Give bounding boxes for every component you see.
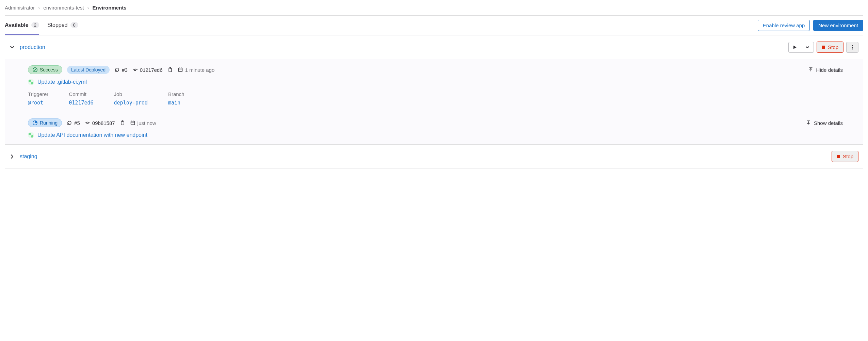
calendar-icon [130, 120, 135, 126]
stop-button[interactable]: Stop [817, 42, 843, 53]
commit-message-link[interactable]: Update API documentation with new endpoi… [37, 132, 147, 138]
tab-stopped[interactable]: Stopped 0 [47, 16, 78, 35]
stop-icon [837, 155, 840, 158]
branch-link[interactable]: main [168, 100, 180, 106]
environment-link-staging[interactable]: staging [20, 153, 37, 160]
check-circle-icon [32, 67, 38, 72]
job-link[interactable]: deploy-prod [114, 100, 148, 106]
stop-button[interactable]: Stop [832, 151, 858, 162]
clipboard-icon [167, 67, 173, 72]
breadcrumb-owner[interactable]: Administrator [5, 5, 35, 11]
status-badge-success[interactable]: Success [28, 65, 62, 74]
deployment-time: 1 minute ago [178, 67, 215, 73]
deployment-details: Triggerer @root Commit 01217ed6 Job depl… [28, 91, 843, 106]
avatar-icon [28, 79, 34, 85]
show-details-button[interactable]: Show details [806, 120, 843, 126]
clipboard-icon [120, 120, 125, 126]
svg-point-2 [852, 48, 853, 49]
tab-available[interactable]: Available 2 [5, 16, 39, 35]
triggerer-label: Triggerer [28, 91, 48, 97]
chevron-right-icon: › [87, 5, 89, 11]
deployment-sha[interactable]: 01217ed6 [132, 67, 163, 73]
stop-button-label: Stop [828, 44, 838, 50]
commit-link[interactable]: 01217ed6 [69, 100, 93, 106]
new-environment-button[interactable]: New environment [813, 20, 863, 31]
breadcrumb-current: Environments [93, 5, 127, 11]
tab-bar: Available 2 Stopped 0 Enable review app … [5, 15, 863, 35]
deployment-row: Running #5 09b81587 just now Show detail… [5, 112, 863, 145]
tab-available-count: 2 [31, 22, 39, 28]
commit-label: Commit [69, 91, 93, 97]
play-button[interactable] [789, 42, 801, 52]
breadcrumb-project[interactable]: environments-test [43, 5, 84, 11]
tab-available-label: Available [5, 22, 29, 28]
svg-rect-20 [131, 121, 134, 125]
chevron-right-icon: › [38, 5, 40, 11]
play-dropdown-button[interactable] [801, 42, 814, 52]
stop-icon [822, 46, 825, 49]
job-label: Job [114, 91, 148, 97]
latest-deployed-badge: Latest Deployed [67, 66, 110, 74]
deployment-iid[interactable]: #5 [67, 120, 80, 126]
tab-stopped-label: Stopped [47, 22, 68, 28]
chevron-down-icon[interactable] [10, 45, 15, 50]
triggerer-link[interactable]: @root [28, 100, 43, 106]
running-icon [32, 120, 38, 126]
status-badge-label: Success [40, 67, 58, 72]
expand-down-icon [806, 120, 811, 126]
enable-review-app-button[interactable]: Enable review app [758, 20, 810, 31]
tab-stopped-count: 0 [70, 22, 78, 28]
retry-icon [114, 67, 120, 72]
commit-icon [85, 120, 90, 126]
breadcrumb: Administrator › environments-test › Envi… [5, 0, 863, 15]
deployment-iid[interactable]: #3 [114, 67, 128, 73]
copy-sha-button[interactable] [167, 67, 173, 72]
avatar-icon [28, 132, 34, 138]
calendar-icon [178, 67, 183, 72]
status-badge-label: Running [40, 120, 58, 126]
more-actions-button[interactable] [846, 42, 858, 53]
environment-link-production[interactable]: production [20, 44, 45, 50]
deployment-row: Success Latest Deployed #3 01217ed6 1 mi… [5, 59, 863, 112]
svg-rect-9 [178, 68, 182, 72]
environment-row-production: production Stop [5, 35, 863, 59]
svg-point-1 [852, 47, 853, 48]
svg-point-0 [852, 45, 853, 46]
deployment-sha[interactable]: 09b81587 [85, 120, 115, 126]
copy-sha-button[interactable] [120, 120, 125, 126]
stop-button-label: Stop [843, 153, 853, 159]
chevron-right-icon[interactable] [10, 154, 15, 159]
environment-row-staging: staging Stop [5, 145, 863, 168]
collapse-up-icon [808, 67, 814, 72]
commit-icon [132, 67, 138, 72]
commit-message-link[interactable]: Update .gitlab-ci.yml [37, 79, 87, 85]
retry-icon [67, 120, 72, 126]
hide-details-button[interactable]: Hide details [808, 67, 843, 73]
svg-point-15 [86, 122, 88, 124]
branch-label: Branch [168, 91, 184, 97]
svg-point-4 [134, 69, 136, 71]
deploy-actions-group [788, 42, 814, 53]
deployment-time: just now [130, 120, 156, 126]
status-badge-running[interactable]: Running [28, 118, 62, 127]
